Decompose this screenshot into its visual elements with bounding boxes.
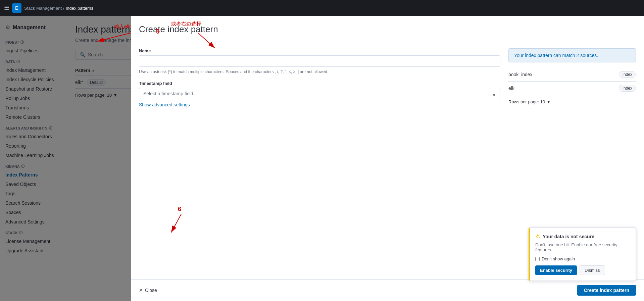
name-hint: Use an asterisk (*) to match multiple ch… — [139, 69, 500, 74]
breadcrumb-separator: / — [63, 6, 64, 11]
match-row[interactable]: elk Index — [508, 82, 636, 95]
dont-show-again-checkbox[interactable] — [535, 257, 540, 261]
breadcrumb-index-patterns[interactable]: Index patterns — [66, 6, 93, 11]
flyout-form: Name Use an asterisk (*) to match multip… — [139, 48, 500, 271]
close-icon: ✕ — [139, 288, 143, 293]
breadcrumb: Stack Management / Index patterns — [24, 6, 93, 11]
dont-show-again-label: Don't show again — [542, 256, 575, 261]
match-row[interactable]: book_index Index — [508, 68, 636, 82]
show-advanced-settings-button[interactable]: Show advanced settings — [139, 102, 190, 107]
toast-checkbox-row: Don't show again — [535, 256, 630, 261]
warning-icon: ⚠ — [535, 233, 540, 240]
match-info: Your index pattern can match 2 sources. — [508, 48, 636, 62]
name-label: Name — [139, 48, 500, 53]
toast-actions: Enable security Dismiss — [535, 265, 630, 275]
enable-security-button[interactable]: Enable security — [535, 265, 577, 275]
timestamp-select[interactable]: Select a timestamp field — [139, 88, 500, 99]
flyout-title: Create index pattern — [139, 24, 636, 35]
security-toast: ⚠ Your data is not secure Don't lose one… — [529, 228, 636, 281]
dismiss-button[interactable]: Dismiss — [580, 265, 605, 275]
match-rows-per-page[interactable]: Rows per page: 10 ▼ — [508, 99, 636, 104]
flyout-footer: ✕ Close Create index pattern — [131, 279, 644, 301]
timestamp-select-wrapper: Select a timestamp field ▼ — [139, 88, 500, 102]
app-logo: E — [12, 3, 21, 13]
name-input[interactable] — [139, 55, 500, 67]
toast-body: Don't lose one bit. Enable our free secu… — [535, 242, 630, 252]
match-table: book_index Index elk Index — [508, 68, 636, 95]
close-button[interactable]: ✕ Close — [139, 288, 157, 293]
hamburger-icon[interactable]: ☰ — [4, 4, 9, 12]
chevron-down-icon: ▼ — [546, 99, 551, 104]
breadcrumb-stack-management[interactable]: Stack Management — [24, 6, 62, 11]
topbar: ☰ E Stack Management / Index patterns — [0, 0, 644, 16]
flyout-header: Create index pattern — [131, 16, 644, 40]
create-index-pattern-button[interactable]: Create index pattern — [577, 285, 636, 296]
timestamp-label: Timestamp field — [139, 81, 500, 86]
toast-header: ⚠ Your data is not secure — [535, 233, 630, 240]
